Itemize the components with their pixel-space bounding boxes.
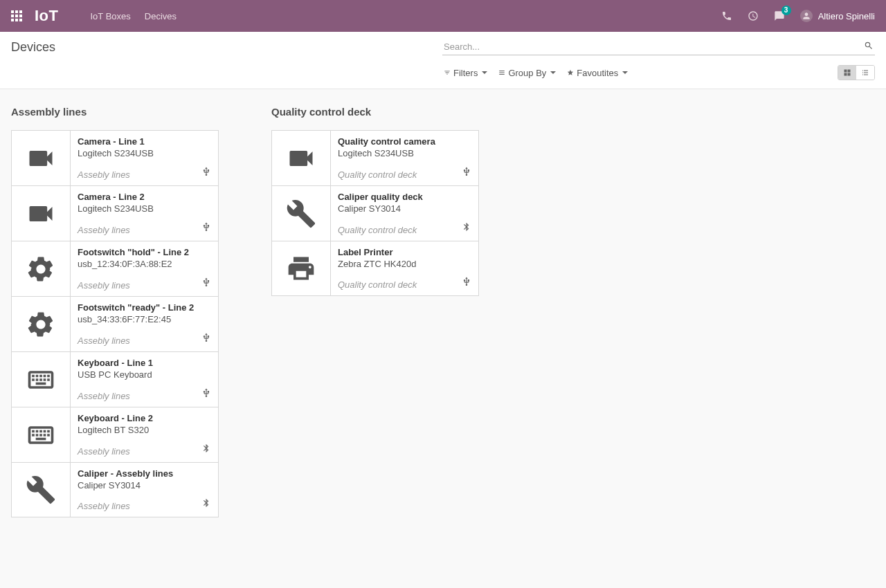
device-model: Caliper SY3014 <box>338 203 471 214</box>
card-body: Caliper quality deckCaliper SY3014Qualit… <box>331 186 478 241</box>
card-body: Label PrinterZebra ZTC HK420dQuality con… <box>331 241 478 295</box>
usb-icon <box>201 167 211 178</box>
device-category: Assebly lines <box>78 391 211 401</box>
device-card[interactable]: Quality control cameraLogitech S234USBQu… <box>271 130 479 185</box>
gear-icon <box>12 241 71 296</box>
groupby-dropdown[interactable]: Group By <box>498 68 556 78</box>
favourites-dropdown[interactable]: Favoutites <box>567 68 628 78</box>
user-name: Altiero Spinelli <box>818 11 875 21</box>
device-card[interactable]: Footswitch "hold" - Line 2usb_12:34:0F:3… <box>11 241 219 296</box>
usb-icon <box>201 388 211 400</box>
device-category: Assebly lines <box>78 169 211 180</box>
device-model: Caliper SY3014 <box>78 480 211 490</box>
user-menu[interactable]: Altiero Spinelli <box>800 10 875 22</box>
app-header: IoT IoT Boxes Decives 3 Altiero Spinelli <box>0 0 886 32</box>
camera-icon <box>12 131 71 185</box>
usb-icon <box>462 277 471 288</box>
card-body: Camera - Line 2Logitech S234USBAssebly l… <box>71 186 218 241</box>
camera-icon <box>12 186 71 241</box>
chat-icon[interactable]: 3 <box>774 10 785 21</box>
filters-label: Filters <box>453 68 478 78</box>
device-model: Logitech BT S320 <box>78 425 211 435</box>
star-icon <box>567 69 574 76</box>
activity-icon[interactable] <box>748 10 759 21</box>
device-model: usb_12:34:0F:3A:88:E2 <box>78 259 211 269</box>
filters-dropdown[interactable]: Filters <box>444 68 487 78</box>
device-category: Assebly lines <box>78 225 211 235</box>
search-icon[interactable] <box>864 41 874 53</box>
device-card[interactable]: Caliper - Assebly linesCaliper SY3014Ass… <box>11 462 219 517</box>
device-card[interactable]: Caliper quality deckCaliper SY3014Qualit… <box>271 185 479 241</box>
device-category: Quality control deck <box>338 169 471 180</box>
device-card[interactable]: Label PrinterZebra ZTC HK420dQuality con… <box>271 241 479 296</box>
device-model: Zebra ZTC HK420d <box>338 259 471 269</box>
favourites-label: Favoutites <box>577 68 618 78</box>
usb-icon <box>201 333 211 344</box>
device-model: usb_34:33:6F:77:E2:45 <box>78 314 211 324</box>
device-category: Assebly lines <box>78 446 211 457</box>
device-name: Camera - Line 2 <box>78 192 211 202</box>
page-title: Devices <box>11 40 55 55</box>
device-model: Logitech S234USB <box>78 148 211 158</box>
device-model: Logitech S234USB <box>338 148 471 158</box>
groupby-label: Group By <box>508 68 546 78</box>
control-panel: Devices Filters Group By Favoutites <box>0 32 886 89</box>
device-card[interactable]: Camera - Line 1Logitech S234USBAssebly l… <box>11 130 219 185</box>
wrench-icon <box>272 186 331 241</box>
kanban-view-button[interactable] <box>838 66 856 80</box>
main-content: Assembly linesCamera - Line 1Logitech S2… <box>0 89 886 534</box>
chevron-down-icon <box>550 71 556 74</box>
camera-icon <box>272 131 331 185</box>
device-category: Quality control deck <box>338 279 471 290</box>
bluetooth-icon <box>201 443 211 455</box>
bluetooth-icon <box>462 222 471 234</box>
device-category: Quality control deck <box>338 225 471 235</box>
device-name: Caliper - Assebly lines <box>78 468 211 479</box>
avatar <box>800 10 813 22</box>
nav-iot-boxes[interactable]: IoT Boxes <box>91 11 131 21</box>
keyboard-icon <box>12 352 71 407</box>
device-name: Keyboard - Line 1 <box>78 358 211 368</box>
header-right: 3 Altiero Spinelli <box>721 10 875 22</box>
card-body: Caliper - Assebly linesCaliper SY3014Ass… <box>71 463 218 517</box>
wrench-icon <box>12 463 71 517</box>
device-card[interactable]: Keyboard - Line 1USB PC KeyboardAssebly … <box>11 351 219 407</box>
device-category: Assebly lines <box>78 336 211 346</box>
device-name: Caliper quality deck <box>338 192 471 202</box>
device-name: Label Printer <box>338 247 471 257</box>
search-wrap <box>442 39 875 55</box>
usb-icon <box>462 167 471 178</box>
phone-icon[interactable] <box>721 10 732 21</box>
device-name: Footswitch "ready" - Line 2 <box>78 302 211 313</box>
usb-icon <box>201 277 211 289</box>
device-model: Logitech S234USB <box>78 203 211 214</box>
column-title: Quality control deck <box>271 106 479 118</box>
card-body: Keyboard - Line 2Logitech BT S320Assebly… <box>71 407 218 462</box>
device-card[interactable]: Keyboard - Line 2Logitech BT S320Assebly… <box>11 407 219 462</box>
chevron-down-icon <box>482 71 487 74</box>
device-model: USB PC Keyboard <box>78 369 211 380</box>
chevron-down-icon <box>622 71 628 74</box>
view-switcher <box>838 65 875 80</box>
filter-icon <box>444 69 451 76</box>
card-body: Camera - Line 1Logitech S234USBAssebly l… <box>71 131 218 185</box>
usb-icon <box>201 222 211 234</box>
list-icon <box>861 68 869 77</box>
filter-group: Filters Group By Favoutites <box>444 68 628 78</box>
search-input[interactable] <box>442 39 875 55</box>
keyboard-icon <box>12 407 71 462</box>
brand: IoT <box>35 7 59 25</box>
column-title: Assembly lines <box>11 106 219 118</box>
device-card[interactable]: Camera - Line 2Logitech S234USBAssebly l… <box>11 185 219 241</box>
device-name: Keyboard - Line 2 <box>78 413 211 423</box>
bluetooth-icon <box>201 498 211 510</box>
nav-devices[interactable]: Decives <box>145 11 177 21</box>
notification-badge: 3 <box>781 6 791 15</box>
apps-icon[interactable] <box>11 10 22 21</box>
device-name: Footswitch "hold" - Line 2 <box>78 247 211 257</box>
list-view-button[interactable] <box>856 66 874 80</box>
card-body: Footswitch "hold" - Line 2usb_12:34:0F:3… <box>71 241 218 296</box>
gear-icon <box>12 297 71 351</box>
device-card[interactable]: Footswitch "ready" - Line 2usb_34:33:6F:… <box>11 296 219 351</box>
device-name: Camera - Line 1 <box>78 136 211 147</box>
